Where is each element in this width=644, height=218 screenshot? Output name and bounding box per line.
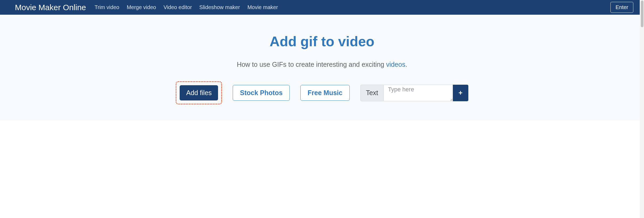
nav-left: Movie Maker Online Trim video Merge vide… xyxy=(15,3,278,12)
page-title: Add gif to video xyxy=(0,33,644,49)
navbar: Movie Maker Online Trim video Merge vide… xyxy=(0,0,644,15)
subtitle-text-suffix: . xyxy=(405,61,407,68)
subtitle: How to use GIFs to create interesting an… xyxy=(0,61,644,68)
text-input[interactable] xyxy=(384,85,453,101)
free-music-button[interactable]: Free Music xyxy=(300,85,350,101)
scrollbar-track[interactable] xyxy=(640,0,644,120)
nav-link-trim-video[interactable]: Trim video xyxy=(95,4,119,10)
controls-row: Add files Stock Photos Free Music Text + xyxy=(0,81,644,104)
nav-link-movie-maker[interactable]: Movie maker xyxy=(247,4,278,10)
nav-link-video-editor[interactable]: Video editor xyxy=(163,4,192,10)
nav-link-merge-video[interactable]: Merge video xyxy=(127,4,156,10)
stock-photos-button[interactable]: Stock Photos xyxy=(233,85,290,101)
brand-logo[interactable]: Movie Maker Online xyxy=(15,3,86,12)
hero-section: Add gif to video How to use GIFs to crea… xyxy=(0,15,644,120)
plus-icon: + xyxy=(458,89,462,97)
add-files-button[interactable]: Add files xyxy=(180,85,218,100)
enter-button[interactable]: Enter xyxy=(610,2,633,13)
add-files-highlight: Add files xyxy=(176,81,222,104)
nav-link-slideshow-maker[interactable]: Slideshow maker xyxy=(199,4,240,10)
text-input-group: Text + xyxy=(360,85,468,101)
subtitle-videos-link[interactable]: videos xyxy=(386,61,405,68)
text-label: Text xyxy=(360,85,384,101)
scrollbar-thumb[interactable] xyxy=(641,1,643,27)
add-text-button[interactable]: + xyxy=(453,85,468,101)
subtitle-text-prefix: How to use GIFs to create interesting an… xyxy=(237,61,386,68)
